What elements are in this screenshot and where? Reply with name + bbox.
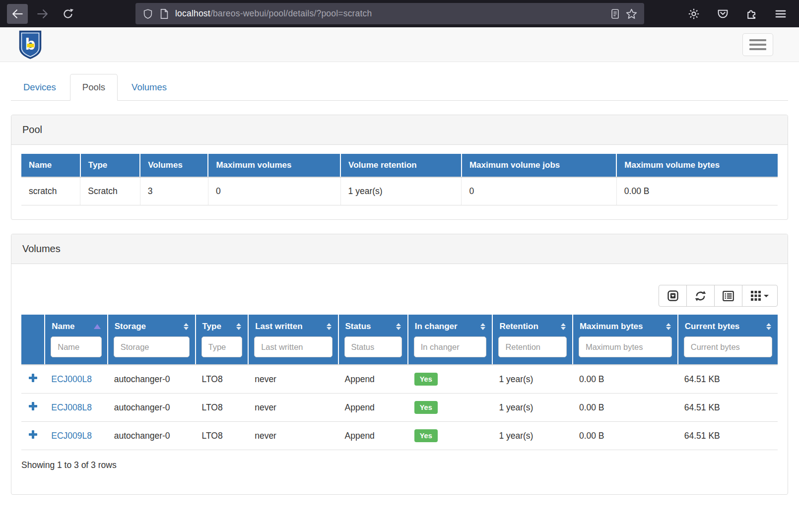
volume-link[interactable]: ECJ000L8 — [51, 374, 92, 384]
last-written-cell: never — [248, 394, 338, 422]
filter-status-input[interactable] — [344, 336, 402, 357]
column-label: Status — [345, 322, 371, 332]
app-header: b — [0, 27, 799, 62]
expand-column-header — [21, 315, 45, 334]
volumes-panel: Volumes — [11, 234, 788, 495]
column-label: Maximum bytes — [580, 322, 643, 332]
column-header-type[interactable]: Type — [196, 315, 249, 334]
filter-last-written-input[interactable] — [254, 336, 332, 357]
refresh-icon — [695, 290, 706, 302]
columns-chooser-button[interactable] — [742, 285, 778, 307]
extensions-puzzle-icon[interactable] — [745, 7, 758, 20]
table-row: ECJ009L8 autochanger-0 LTO8 never Append… — [21, 422, 778, 450]
pool-volumes-cell: 3 — [140, 177, 208, 205]
bareos-shield-icon: b — [19, 30, 42, 59]
settings-gear-icon[interactable] — [687, 7, 700, 20]
column-label: Storage — [115, 322, 146, 332]
maximum-bytes-cell: 0.00 B — [573, 394, 678, 422]
column-header-maximum-bytes[interactable]: Maximum bytes — [573, 315, 678, 334]
chevron-down-icon — [764, 295, 769, 297]
column-header-status[interactable]: Status — [338, 315, 408, 334]
sort-both-icon — [666, 323, 671, 330]
pool-col-maximum-volume-bytes: Maximum volume bytes — [616, 154, 778, 177]
pool-col-type: Type — [80, 154, 140, 177]
sort-both-icon — [396, 323, 401, 330]
maximum-bytes-cell: 0.00 B — [573, 365, 678, 394]
sort-asc-icon — [94, 324, 101, 329]
shield-icon[interactable] — [142, 8, 153, 19]
column-header-storage[interactable]: Storage — [108, 315, 196, 334]
forward-button[interactable] — [32, 4, 53, 24]
pool-table-header-row: Name Type Volumes Maximum volumes Volume… — [21, 154, 778, 177]
pool-type-cell: Scratch — [80, 177, 140, 205]
pool-col-maximum-volume-jobs: Maximum volume jobs — [462, 154, 616, 177]
filter-type-input[interactable] — [201, 336, 243, 357]
sort-both-icon — [480, 323, 485, 330]
refresh-button[interactable] — [686, 285, 715, 307]
expand-filter-cell — [21, 334, 45, 365]
volume-link[interactable]: ECJ009L8 — [51, 431, 92, 441]
page-icon[interactable] — [159, 8, 169, 19]
column-label: Type — [202, 322, 221, 332]
column-header-in-changer[interactable]: In changer — [408, 315, 493, 334]
volumes-panel-title: Volumes — [11, 234, 788, 264]
hamburger-bar — [749, 39, 766, 41]
storage-tabs: Devices Pools Volumes — [11, 74, 788, 101]
volumes-header-row: Name Storage Type Last written Status — [21, 315, 778, 334]
filter-in-changer-input[interactable] — [414, 336, 487, 357]
status-cell: Append — [338, 365, 408, 394]
sort-both-icon — [236, 323, 241, 330]
tab-volumes[interactable]: Volumes — [119, 74, 179, 101]
pool-name-cell: scratch — [21, 177, 80, 205]
tab-pools[interactable]: Pools — [70, 74, 118, 101]
bookmark-star-icon[interactable] — [626, 8, 637, 19]
sort-both-icon — [184, 323, 189, 330]
menu-hamburger-icon[interactable] — [774, 7, 787, 20]
sort-both-icon — [766, 323, 771, 330]
filter-current-bytes-input[interactable] — [684, 336, 772, 357]
browser-actions — [687, 7, 792, 20]
column-header-last-written[interactable]: Last written — [248, 315, 338, 334]
pool-col-name: Name — [21, 154, 80, 177]
back-button[interactable] — [7, 4, 28, 24]
pool-table-row: scratch Scratch 3 0 1 year(s) 0 0.00 B — [21, 177, 778, 205]
reload-button[interactable] — [58, 4, 78, 24]
column-label: Current bytes — [685, 322, 740, 332]
expand-row-icon[interactable] — [29, 374, 37, 382]
navbar-toggle-button[interactable] — [742, 33, 773, 56]
column-label: In changer — [415, 322, 458, 332]
column-label: Last written — [255, 322, 302, 332]
column-header-retention[interactable]: Retention — [492, 315, 573, 334]
bareos-logo[interactable]: b — [19, 30, 42, 59]
filter-name-input[interactable] — [51, 336, 101, 357]
sort-both-icon — [327, 323, 332, 330]
url-bar[interactable]: localhost/bareos-webui/pool/details/?poo… — [135, 3, 644, 24]
column-header-current-bytes[interactable]: Current bytes — [678, 315, 778, 334]
url-text: localhost/bareos-webui/pool/details/?poo… — [175, 8, 604, 19]
expand-row-icon[interactable] — [29, 402, 37, 410]
toggle-view-button[interactable] — [714, 285, 742, 307]
hamburger-bar — [749, 44, 766, 46]
column-header-name[interactable]: Name — [45, 315, 107, 334]
filter-storage-input[interactable] — [114, 336, 190, 357]
pool-panel: Pool Name Type Volumes Maximum volumes V… — [11, 115, 788, 220]
reader-view-icon[interactable] — [610, 8, 620, 19]
retention-cell: 1 year(s) — [492, 422, 573, 450]
last-written-cell: never — [248, 365, 338, 394]
filter-maximum-bytes-input[interactable] — [579, 336, 672, 357]
url-host: localhost — [175, 8, 210, 18]
sort-both-icon — [561, 323, 566, 330]
reload-icon — [62, 8, 74, 20]
tab-devices[interactable]: Devices — [11, 74, 68, 101]
filter-retention-input[interactable] — [498, 336, 567, 357]
table-row: ECJ008L8 autochanger-0 LTO8 never Append… — [21, 394, 778, 422]
pagination-switch-button[interactable] — [659, 285, 687, 307]
forward-icon — [36, 7, 49, 20]
pool-col-maximum-volumes: Maximum volumes — [208, 154, 340, 177]
volume-link[interactable]: ECJ008L8 — [51, 402, 92, 412]
volumes-table: Name Storage Type Last written Status — [21, 315, 778, 450]
expand-row-icon[interactable] — [29, 430, 37, 439]
pocket-icon[interactable] — [717, 7, 729, 20]
column-label: Retention — [499, 322, 538, 332]
pool-maximum-volume-bytes-cell: 0.00 B — [616, 177, 778, 205]
